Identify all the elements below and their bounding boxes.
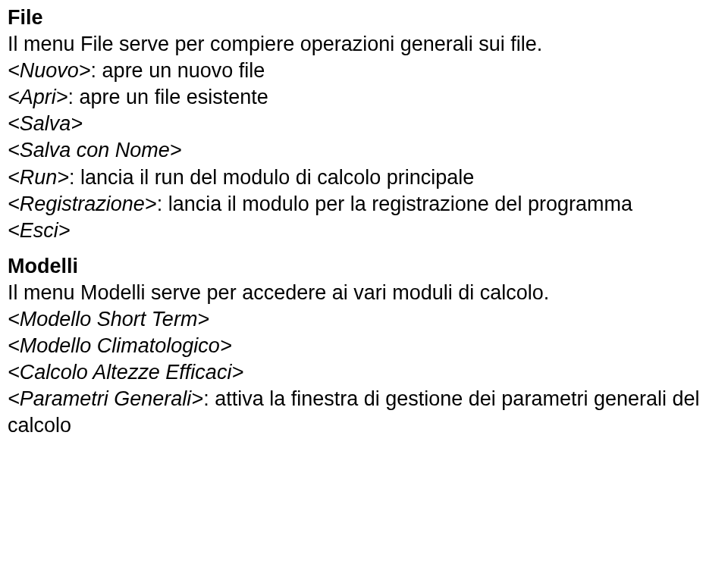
- item-salva-nome: <Salva con Nome>: [8, 137, 720, 164]
- item-climatologico: <Modello Climatologico>: [8, 333, 720, 359]
- item-short-term: <Modello Short Term>: [8, 306, 720, 333]
- desc-run: : lancia il run del modulo di calcolo pr…: [69, 166, 474, 189]
- label-nuovo: <Nuovo>: [8, 59, 91, 82]
- label-run: <Run>: [8, 166, 69, 189]
- label-reg: <Registrazione>: [8, 193, 157, 215]
- item-apri: <Apri>: apre un file esistente: [8, 84, 720, 111]
- section-heading-modelli: Modelli: [8, 253, 720, 280]
- desc-reg: : lancia il modulo per la registrazione …: [157, 193, 632, 215]
- section-heading-file: File: [8, 5, 720, 31]
- item-altezze: <Calcolo Altezze Efficaci>: [8, 359, 720, 386]
- file-intro: Il menu File serve per compiere operazio…: [8, 31, 720, 58]
- item-run: <Run>: lancia il run del modulo di calco…: [8, 164, 720, 191]
- item-nuovo: <Nuovo>: apre un nuovo file: [8, 58, 720, 84]
- item-parametri: <Parametri Generali>: attiva la finestra…: [8, 386, 720, 439]
- section-spacer: [8, 244, 720, 253]
- label-parametri: <Parametri Generali>: [8, 387, 203, 410]
- document-page: File Il menu File serve per compiere ope…: [0, 0, 728, 447]
- item-esci: <Esci>: [8, 218, 720, 244]
- desc-nuovo: : apre un nuovo file: [91, 59, 265, 82]
- modelli-intro: Il menu Modelli serve per accedere ai va…: [8, 280, 720, 306]
- item-salva: <Salva>: [8, 111, 720, 137]
- desc-apri: : apre un file esistente: [68, 86, 268, 108]
- item-reg: <Registrazione>: lancia il modulo per la…: [8, 191, 720, 218]
- label-apri: <Apri>: [8, 86, 68, 108]
